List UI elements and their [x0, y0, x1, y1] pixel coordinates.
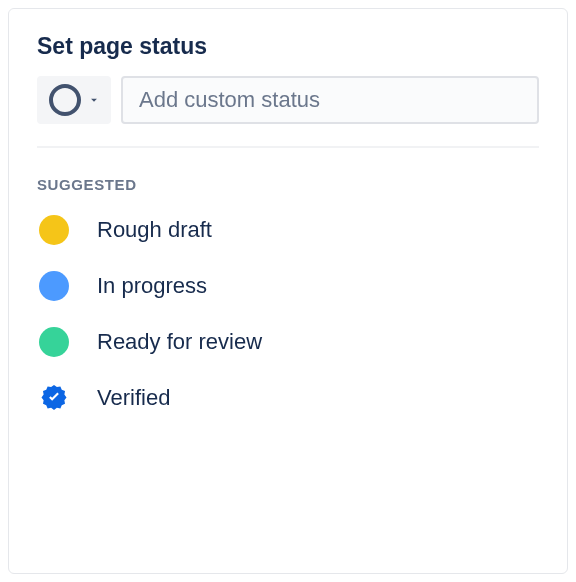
input-row — [37, 76, 539, 148]
status-card: Set page status SUGGESTED Rough draft In… — [8, 8, 568, 574]
color-picker-button[interactable] — [37, 76, 111, 124]
status-list: Rough draft In progress Ready for review… — [37, 215, 539, 413]
status-item-verified[interactable]: Verified — [37, 383, 539, 413]
color-circle-icon — [49, 84, 81, 116]
custom-status-input[interactable] — [121, 76, 539, 124]
status-label: Verified — [97, 385, 170, 411]
status-label: In progress — [97, 273, 207, 299]
status-label: Rough draft — [97, 217, 212, 243]
status-label: Ready for review — [97, 329, 262, 355]
card-title: Set page status — [37, 33, 539, 60]
status-dot-icon — [39, 215, 69, 245]
chevron-down-icon — [87, 93, 101, 107]
status-item-ready-for-review[interactable]: Ready for review — [37, 327, 539, 357]
suggested-heading: SUGGESTED — [37, 176, 539, 193]
verified-badge-icon — [39, 383, 69, 413]
status-item-in-progress[interactable]: In progress — [37, 271, 539, 301]
status-dot-icon — [39, 327, 69, 357]
status-dot-icon — [39, 271, 69, 301]
status-item-rough-draft[interactable]: Rough draft — [37, 215, 539, 245]
